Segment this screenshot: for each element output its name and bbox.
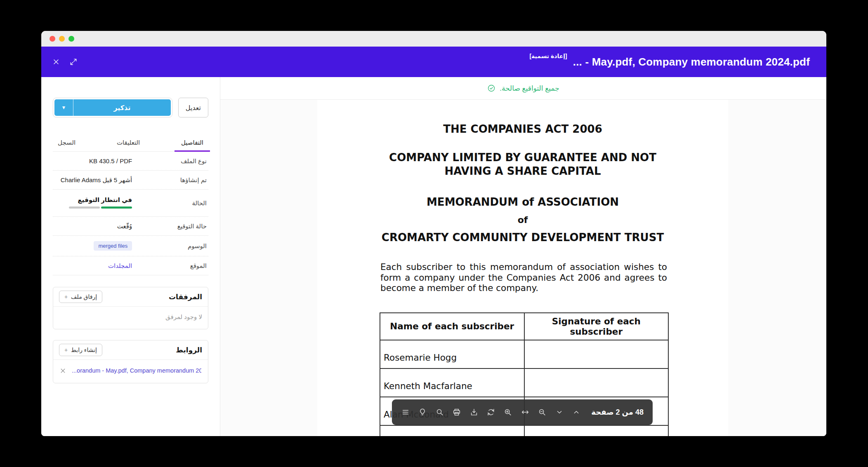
table-header-signature: Signature of each subscriber: [524, 313, 669, 340]
detail-label: حالة التوقيع: [132, 223, 207, 230]
attachments-title: المرفقات: [169, 293, 202, 301]
links-body: ...orandum - May.pdf, Company memorandum…: [53, 360, 208, 383]
detail-row-location: الموقع المجلدات: [53, 256, 208, 275]
links-header: الروابط إنشاء رابط +: [53, 340, 208, 360]
detail-value: المجلدات: [54, 262, 132, 270]
attachments-header: المرفقات إرفاق ملف +: [53, 287, 208, 307]
chevron-down-icon[interactable]: [555, 408, 564, 417]
doc-heading-company: COMPANY LIMITED BY GUARANTEE AND NOT HAV…: [317, 151, 728, 178]
table-header-name: Name of each subscriber: [380, 313, 524, 340]
attachments-body: لا وجود لمرفق: [53, 307, 208, 329]
zoom-window-button[interactable]: [68, 36, 74, 42]
detail-value: KB 430.5 / PDF: [54, 157, 132, 164]
minimize-window-button[interactable]: [59, 36, 65, 42]
document-header-bar: ... - May.pdf, Company memorandum 2024.p…: [41, 47, 826, 77]
tag-pill[interactable]: merged files: [94, 241, 132, 251]
status-block: في انتظار التوقيع: [69, 196, 132, 209]
progress-segment-pending: [69, 207, 100, 209]
detail-label: تم إنشاؤها: [132, 176, 207, 184]
doc-heading-memorandum: MEMORANDUM of ASSOCIATION: [317, 195, 728, 209]
signatures-valid-text: جميع التواقيع صالحة.: [500, 84, 559, 93]
lightbulb-icon[interactable]: [418, 408, 427, 417]
detail-value: Charlie Adams قبل 5 أشهر: [54, 176, 132, 184]
remove-link-icon[interactable]: [60, 368, 66, 374]
download-icon[interactable]: [469, 408, 479, 417]
sidebar-actions: تعديل تذكير ▼: [53, 98, 208, 117]
links-title: الروابط: [176, 346, 202, 354]
detail-value: merged files: [54, 241, 132, 251]
page-indicator: صفحة 2 من 48: [591, 408, 644, 417]
app-window: ... - May.pdf, Company memorandum 2024.p…: [41, 31, 826, 436]
close-window-button[interactable]: [50, 36, 55, 42]
remind-dropdown-button[interactable]: ▼: [54, 99, 73, 116]
create-link-button[interactable]: إنشاء رابط +: [59, 344, 102, 356]
header-title-group: ... - May.pdf, Company memorandum 2024.p…: [529, 56, 810, 68]
status-progress-bar: [69, 207, 132, 209]
detail-label: الحالة: [132, 199, 207, 207]
expand-icon[interactable]: [69, 58, 78, 66]
remind-split-wrapper: تذكير ▼: [53, 98, 172, 117]
viewer-canvas: THE COMPANIES ACT 2006 COMPANY LIMITED B…: [220, 100, 826, 436]
progress-segment-done: [101, 207, 132, 209]
table-row: Estelle Quick: [380, 425, 668, 436]
signature-cell: [524, 425, 669, 436]
attach-file-button[interactable]: إرفاق ملف +: [59, 291, 102, 303]
zoom-in-icon[interactable]: [503, 408, 512, 417]
caret-down-icon: ▼: [61, 105, 66, 110]
mac-titlebar: [41, 31, 826, 47]
subscriber-name: Kenneth Macfarlane: [380, 368, 524, 397]
zoom-out-icon[interactable]: [538, 408, 547, 417]
tab-comments[interactable]: التعليقات: [116, 135, 141, 151]
linked-file-name[interactable]: ...orandum - May.pdf, Company memorandum…: [72, 367, 201, 374]
detail-row-tags: الوسوم merged files: [53, 236, 208, 256]
table-header-row: Name of each subscriber Signature of eac…: [380, 313, 668, 340]
doc-heading-act: THE COMPANIES ACT 2006: [317, 122, 728, 136]
tab-details[interactable]: التفاصيل: [180, 135, 204, 151]
menu-icon[interactable]: [401, 408, 410, 417]
search-icon[interactable]: [435, 408, 444, 417]
tab-history[interactable]: السجل: [57, 135, 76, 151]
status-text: في انتظار التوقيع: [69, 196, 132, 204]
signature-cell: [524, 340, 669, 368]
detail-row-sign-status: حالة التوقيع وُقّعت: [53, 217, 208, 236]
remind-split-button: تذكير ▼: [54, 99, 171, 116]
print-icon[interactable]: [452, 408, 461, 417]
signature-cell: [524, 368, 669, 397]
details-sidebar: تعديل تذكير ▼ التفاصيل التعليقات السجل: [41, 77, 220, 436]
linked-file-row: ...orandum - May.pdf, Company memorandum…: [59, 366, 202, 375]
links-section: الروابط إنشاء رابط + ...orandum - May.pd…: [53, 340, 208, 383]
check-circle-icon: [487, 84, 495, 92]
table-row: Kenneth Macfarlane: [380, 368, 668, 397]
detail-row-created: تم إنشاؤها Charlie Adams قبل 5 أشهر: [53, 171, 208, 190]
detail-label: الموقع: [132, 262, 207, 270]
rotate-icon[interactable]: [486, 408, 495, 417]
attachments-empty-text: لا وجود لمرفق: [59, 313, 202, 321]
chevron-up-icon[interactable]: [572, 408, 581, 417]
remind-button[interactable]: تذكير: [73, 99, 171, 116]
fit-width-icon[interactable]: [521, 408, 530, 417]
subscriber-name: Rosemarie Hogg: [380, 340, 524, 368]
subscriber-name: Estelle Quick: [380, 425, 524, 436]
detail-value: في انتظار التوقيع: [54, 196, 132, 210]
details-list: نوع الملف KB 430.5 / PDF تم إنشاؤها Char…: [53, 152, 208, 275]
pdf-page: THE COMPANIES ACT 2006 COMPANY LIMITED B…: [317, 100, 728, 436]
pdf-viewer: جميع التواقيع صالحة. THE COMPANIES ACT 2…: [220, 77, 826, 436]
table-row: Rosemarie Hogg: [380, 340, 668, 368]
detail-row-file-type: نوع الملف KB 430.5 / PDF: [53, 152, 208, 171]
header-left-actions: [52, 58, 78, 66]
pdf-toolbar: صفحة 2 من 48: [392, 399, 653, 425]
detail-label: الوسوم: [132, 242, 207, 250]
rename-button[interactable]: [إعادة تسمية]: [529, 53, 567, 59]
attachments-section: المرفقات إرفاق ملف + لا وجود لمرفق: [53, 287, 208, 329]
doc-heading-trust: CROMARTY COMMUNITY DEVELOPMENT TRUST: [317, 231, 728, 244]
detail-row-status: الحالة في انتظار التوقيع: [53, 190, 208, 217]
document-title: ... - May.pdf, Company memorandum 2024.p…: [573, 56, 810, 68]
close-icon[interactable]: [52, 58, 60, 66]
edit-button[interactable]: تعديل: [178, 98, 208, 117]
sidebar-tabs: التفاصيل التعليقات السجل: [53, 135, 208, 152]
detail-value: وُقّعت: [54, 223, 132, 230]
doc-paragraph: Each subscriber to this memorandum of as…: [380, 262, 667, 293]
plus-icon: +: [64, 347, 68, 353]
signatures-valid-strip: جميع التواقيع صالحة.: [220, 77, 826, 100]
folders-link[interactable]: المجلدات: [108, 262, 132, 269]
